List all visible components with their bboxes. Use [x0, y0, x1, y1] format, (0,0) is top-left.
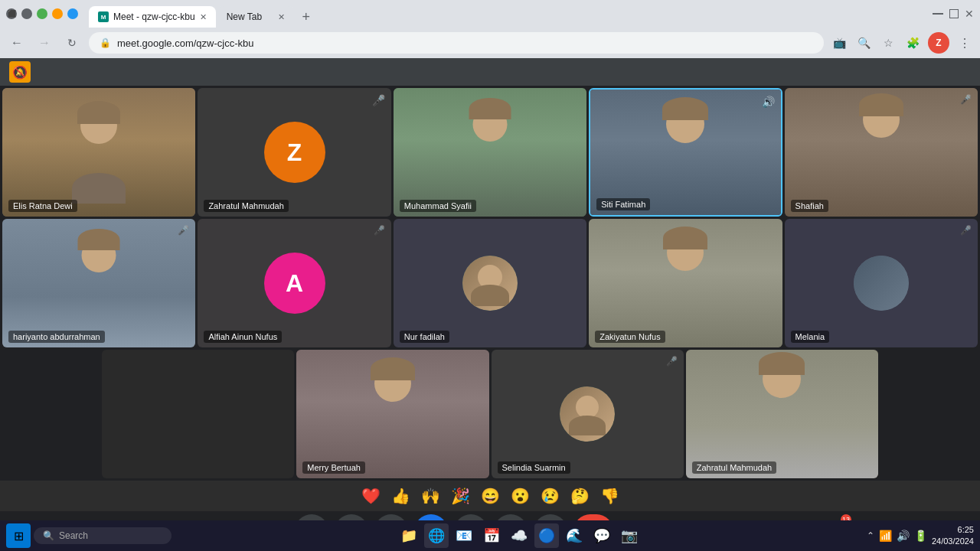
- taskbar: ⊞ 🔍 Search 📁 🌐 📧 📅 ☁️ 🔵 🌊 💬 📷 ⌃ 📶 🔊 🔋 6:…: [0, 520, 980, 551]
- taskbar-left: ⊞ 🔍 Search: [6, 523, 172, 548]
- mic-icon-13: 🎤: [666, 356, 678, 367]
- lock-icon: 🔒: [100, 37, 111, 48]
- taskbar-search[interactable]: 🔍 Search: [34, 527, 172, 544]
- search-icon: 🔍: [43, 530, 54, 541]
- participant-name-14: Zahratul Mahmudah: [692, 461, 776, 474]
- participant-name-3: Muhammad Syafii: [400, 200, 476, 212]
- video-grid-container: Elis Ratna Dewi Z 🎤 Zahratul Mahmudah Mu…: [0, 86, 980, 481]
- bookmark-icon[interactable]: ☆: [879, 34, 897, 52]
- participant-name-6: hariyanto abdurrahman: [8, 331, 105, 343]
- participant-name-7: Alfiah Ainun Nufus: [204, 331, 282, 343]
- window-icon-5: [67, 8, 78, 19]
- browser-menu-icon[interactable]: ⋮: [956, 34, 974, 52]
- taskbar-app-browser[interactable]: 🌐: [424, 523, 449, 548]
- emoji-thinking[interactable]: 🤔: [570, 487, 590, 505]
- emoji-smile[interactable]: 😄: [481, 487, 500, 505]
- participant-cell-9: Zakiyatun Nufus: [589, 219, 782, 347]
- window-icon-3: [37, 8, 47, 19]
- taskbar-app-chrome[interactable]: 🔵: [534, 523, 559, 548]
- tab-meet-label: Meet - qzw-cjcc-kbu: [113, 11, 195, 22]
- participant-name-4: Siti Fatimah: [596, 198, 650, 210]
- participant-cell-10: 🎤 Melania: [785, 219, 978, 347]
- video-row-1: Elis Ratna Dewi Z 🎤 Zahratul Mahmudah Mu…: [2, 88, 978, 217]
- notification-bar: 🔕: [0, 58, 980, 86]
- participant-name-13: Selindia Suarmin: [498, 461, 570, 474]
- taskbar-app-photos[interactable]: 📷: [617, 523, 642, 548]
- start-button[interactable]: ⊞: [6, 523, 31, 548]
- address-bar-row: ← → ↻ 🔒 meet.google.com/qzw-cjcc-kbu 📺 🔍…: [0, 28, 980, 58]
- volume-icon[interactable]: 🔊: [897, 530, 910, 542]
- participant-name-9: Zakiyatun Nufus: [595, 331, 665, 343]
- meet-main: Elis Ratna Dewi Z 🎤 Zahratul Mahmudah Mu…: [0, 86, 980, 481]
- emoji-surprised[interactable]: 😮: [511, 487, 530, 505]
- maximize-button[interactable]: [949, 9, 959, 18]
- tab-new[interactable]: New Tab ✕: [217, 6, 294, 28]
- participant-cell-5: 🎤 Shafiah: [785, 88, 978, 217]
- emoji-party[interactable]: 🎉: [451, 487, 470, 505]
- time-date-display: 6:25 24/03/2024: [932, 524, 974, 548]
- back-button[interactable]: ←: [6, 32, 28, 54]
- participant-cell-14: Zahratul Mahmudah: [686, 350, 878, 478]
- title-bar: ⬛ M Meet - qzw-cjcc-kbu ✕ New Tab ✕ + ✕: [0, 0, 980, 28]
- window-icon-1: ⬛: [6, 8, 17, 19]
- taskbar-app-files[interactable]: 📁: [397, 523, 421, 548]
- search-label: Search: [59, 530, 88, 541]
- participant-cell-11: [102, 350, 294, 478]
- taskbar-right: ⌃ 📶 🔊 🔋 6:25 24/03/2024: [867, 524, 974, 548]
- close-button[interactable]: ✕: [965, 8, 974, 20]
- participant-name-12: Merry Bertuah: [302, 461, 365, 474]
- participant-name-5: Shafiah: [791, 200, 828, 212]
- video-row-3: Merry Bertuah 🎤 Selindia Suarmin: [102, 350, 878, 478]
- mic-muted-icon-5: 🎤: [960, 94, 972, 105]
- participant-cell-6: 🎤 hariyanto abdurrahman: [2, 219, 195, 347]
- taskbar-app-mail[interactable]: 📧: [452, 523, 476, 548]
- mic-muted-icon-6: 🎤: [178, 225, 189, 236]
- extensions-icon[interactable]: 🧩: [903, 34, 922, 52]
- search-browser-icon[interactable]: 🔍: [854, 34, 873, 52]
- profile-icon[interactable]: Z: [928, 32, 949, 54]
- participant-cell-1: Elis Ratna Dewi: [2, 88, 195, 217]
- emoji-thumbsdown[interactable]: 👎: [600, 487, 619, 505]
- mute-notification-icon[interactable]: 🔕: [9, 61, 31, 83]
- tab-meet[interactable]: M Meet - qzw-cjcc-kbu ✕: [89, 6, 216, 28]
- system-tray-up[interactable]: ⌃: [867, 530, 874, 541]
- tab-new-label: New Tab: [227, 11, 262, 22]
- participant-cell-7: A 🎤 Alfiah Ainun Nufus: [198, 219, 390, 347]
- emoji-thumbsup[interactable]: 👍: [391, 487, 410, 505]
- participant-name-8: Nur fadilah: [400, 331, 449, 343]
- mic-muted-icon-10: 🎤: [960, 225, 972, 236]
- window-icon-4: [52, 8, 63, 19]
- reload-button[interactable]: ↻: [61, 32, 83, 54]
- participant-cell-12: Merry Bertuah: [296, 350, 488, 478]
- taskbar-app-calendar[interactable]: 📅: [479, 523, 504, 548]
- wifi-icon[interactable]: 📶: [879, 530, 892, 542]
- participant-cell-13: 🎤 Selindia Suarmin: [492, 350, 684, 478]
- browser-window: ⬛ M Meet - qzw-cjcc-kbu ✕ New Tab ✕ + ✕ …: [0, 0, 980, 551]
- participant-name-2: Zahratul Mahmudah: [204, 200, 288, 212]
- date-text: 24/03/2024: [932, 536, 974, 547]
- window-icon-2: [21, 8, 32, 19]
- taskbar-app-whatsapp[interactable]: 💬: [590, 523, 614, 548]
- tab-new-close[interactable]: ✕: [278, 12, 285, 22]
- tab-add-button[interactable]: +: [296, 6, 317, 28]
- speaker-mic-icon: 🔊: [762, 96, 775, 108]
- mic-muted-icon-2: 🎤: [372, 94, 385, 106]
- battery-icon[interactable]: 🔋: [914, 530, 927, 542]
- emoji-heart[interactable]: ❤️: [361, 487, 381, 505]
- tab-meet-close[interactable]: ✕: [200, 12, 207, 22]
- participant-name-1: Elis Ratna Dewi: [8, 200, 77, 212]
- time-text: 6:25: [932, 524, 974, 536]
- participant-cell-2: Z 🎤 Zahratul Mahmudah: [198, 88, 390, 217]
- participant-name-10: Melania: [791, 331, 830, 343]
- address-bar[interactable]: 🔒 meet.google.com/qzw-cjcc-kbu: [89, 32, 824, 54]
- participant-cell-4: 🔊 Siti Fatimah: [589, 88, 782, 217]
- cast-icon[interactable]: 📺: [830, 34, 848, 52]
- minimize-button[interactable]: [933, 13, 943, 15]
- taskbar-app-weather[interactable]: ☁️: [507, 523, 531, 548]
- forward-button[interactable]: →: [34, 32, 55, 54]
- emoji-clap[interactable]: 🙌: [421, 487, 440, 505]
- emoji-sad[interactable]: 😢: [541, 487, 560, 505]
- taskbar-app-edge[interactable]: 🌊: [562, 523, 586, 548]
- mic-muted-icon-7: 🎤: [374, 225, 385, 236]
- url-display: meet.google.com/qzw-cjcc-kbu: [117, 37, 253, 49]
